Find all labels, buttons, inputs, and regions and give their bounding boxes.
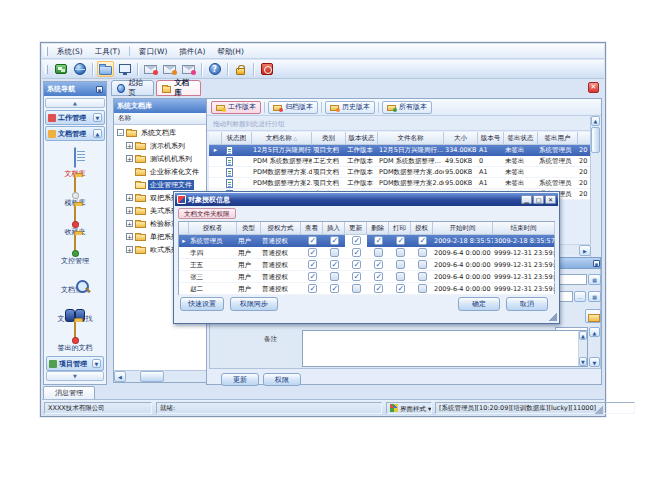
maximize-icon[interactable]: ▢ (533, 195, 544, 204)
checkbox-checked[interactable] (396, 236, 405, 245)
checkbox-checked[interactable] (330, 236, 339, 245)
auth-column-header[interactable]: 授权者 (189, 222, 237, 235)
network-icon[interactable] (52, 61, 69, 77)
checkbox-unchecked[interactable] (418, 260, 427, 269)
expander-plus-icon[interactable]: + (126, 155, 133, 162)
mail-receive-icon[interactable] (161, 61, 178, 77)
scroll-thumb[interactable] (591, 127, 600, 153)
mail-new-icon[interactable] (142, 61, 159, 77)
column-header-7[interactable]: 版本号 (478, 132, 504, 145)
checkbox-checked[interactable] (308, 284, 317, 293)
mail-send-icon[interactable] (180, 61, 197, 77)
quick-setup-button[interactable]: 快速设置 (180, 297, 224, 311)
checkbox-checked[interactable] (308, 272, 317, 281)
auth-column-header[interactable]: 开始时间 (433, 222, 493, 235)
dialog-tab-folder-permissions[interactable]: 文档文件夹权限 (178, 208, 236, 219)
minimize-icon[interactable]: ▁ (521, 195, 532, 204)
resize-grip[interactable] (595, 406, 603, 414)
auth-column-header[interactable]: 打印 (389, 222, 411, 235)
checkbox-unchecked[interactable] (352, 284, 361, 293)
auth-row[interactable]: 李四用户普通授权2009-6-4 0:00:009999-12-31 23:59… (179, 247, 554, 259)
checkbox-checked[interactable] (308, 236, 317, 245)
auth-column-header[interactable]: 类型 (237, 222, 261, 235)
version-button-1[interactable]: 工作版本 (211, 101, 261, 114)
checkbox-unchecked[interactable] (418, 284, 427, 293)
expander-plus-icon[interactable]: + (126, 220, 133, 227)
auth-column-header[interactable]: 结束时间 (493, 222, 555, 235)
checkbox-unchecked[interactable] (330, 248, 339, 257)
sidebar-group-1[interactable]: 工作管理▼ (45, 110, 105, 125)
checkbox-unchecked[interactable] (330, 272, 339, 281)
checkbox-unchecked[interactable] (396, 260, 405, 269)
expander-minus-icon[interactable]: – (117, 129, 124, 136)
permission-button[interactable]: 权限 (263, 373, 301, 386)
sidebar-group-3[interactable]: 项目管理▼ (46, 356, 104, 371)
column-header-9[interactable]: 签出用户 (538, 132, 578, 145)
checkbox-checked[interactable] (352, 236, 361, 245)
dialog-titlebar[interactable]: 对象授权信息 ▁ ▢ ✕ (175, 193, 558, 206)
expander-plus-icon[interactable]: + (126, 246, 133, 253)
checkbox-unchecked[interactable] (396, 248, 405, 257)
globe-icon[interactable] (71, 61, 88, 77)
expander-plus-icon[interactable]: + (126, 194, 133, 201)
checkbox-checked[interactable] (374, 284, 383, 293)
version-button-3[interactable]: 历史版本 (325, 101, 375, 114)
tab-document-library[interactable]: 文档库 (156, 80, 201, 96)
message-management-tab[interactable]: 消息管理 (43, 386, 95, 400)
menu-item-4[interactable]: 插件(A) (173, 45, 211, 58)
sidebar-scroll-up[interactable]: ▲ (45, 98, 105, 108)
menubar-grip[interactable] (45, 47, 48, 56)
scroll-thumb[interactable] (140, 371, 164, 382)
auth-row[interactable]: ▸系统管理员用户普通授权2009-2-18 8:35:573009-2-18 8… (179, 235, 554, 247)
scroll-down-icon[interactable]: ▼ (589, 357, 600, 367)
auth-column-header[interactable]: 授权 (411, 222, 433, 235)
menu-item-3[interactable]: 窗口(W) (133, 45, 173, 58)
auth-row[interactable]: 王五用户普通授权2009-6-4 0:00:009999-12-31 23:59… (179, 259, 554, 271)
ok-button[interactable]: 确定 (458, 297, 500, 311)
cancel-button[interactable]: 取消 (506, 297, 548, 311)
sidebar-item-4[interactable]: 文控管理 (45, 235, 105, 266)
close-icon[interactable]: ✕ (545, 195, 556, 204)
pin-icon[interactable]: ▪ (96, 86, 103, 93)
menu-item-1[interactable]: 系统(S) (51, 45, 89, 58)
auth-column-header[interactable]: 更新 (345, 222, 367, 235)
checkbox-checked[interactable] (396, 284, 405, 293)
checkbox-unchecked[interactable] (418, 248, 427, 257)
auth-column-header[interactable]: 查看 (301, 222, 323, 235)
auth-column-header[interactable]: 插入 (323, 222, 345, 235)
power-icon[interactable] (258, 61, 275, 77)
scroll-up-icon[interactable]: ▲ (589, 327, 600, 337)
scroll-right-icon[interactable]: ▶ (579, 245, 591, 256)
scroll-down-icon[interactable]: ▼ (579, 357, 587, 366)
auth-column-header[interactable]: 删除 (367, 222, 389, 235)
version-button-4[interactable]: 所有版本 (382, 101, 432, 114)
scroll-up-icon[interactable]: ▲ (591, 116, 600, 126)
ellipsis-button[interactable]: … (574, 291, 586, 302)
column-header-5[interactable]: 文件名称 (378, 132, 444, 145)
column-header-1[interactable]: 状态图 (222, 132, 252, 145)
computer-icon[interactable] (116, 61, 133, 77)
checkbox-checked[interactable] (352, 248, 361, 257)
table-row[interactable]: PDM数据整理方案2.doc项目文档工作版本PDM数据整理方案2.doc95.0… (209, 178, 591, 189)
checkbox-checked[interactable] (374, 236, 383, 245)
column-header-8[interactable]: 签出状态 (504, 132, 538, 145)
checkbox-checked[interactable] (308, 248, 317, 257)
table-row[interactable]: PDM 系统数据整理检…工艺文档工作版本PDM 系统数据整理…49.50KB0未… (209, 156, 591, 167)
chevron-down-icon[interactable]: ▼ (92, 359, 101, 368)
column-header-4[interactable]: 版本状态 (346, 132, 378, 145)
checkbox-checked[interactable] (352, 272, 361, 281)
dialog-resize-grip[interactable] (549, 313, 557, 321)
remark-textarea[interactable]: ▲ ▼ (302, 330, 588, 367)
toolbar-grip[interactable] (45, 65, 48, 74)
checkbox-unchecked[interactable] (396, 272, 405, 281)
expander-plus-icon[interactable]: + (126, 142, 133, 149)
checkbox-unchecked[interactable] (374, 248, 383, 257)
lock-icon[interactable] (232, 61, 249, 77)
checkbox-checked[interactable] (330, 260, 339, 269)
auth-row[interactable]: 赵二用户普通授权2009-6-4 0:00:009999-12-31 23:59… (179, 283, 554, 295)
sidebar-item-5[interactable]: 文档查找 (45, 264, 105, 295)
auth-column-header[interactable]: 授权方式 (261, 222, 301, 235)
detail-field-1[interactable] (557, 274, 587, 285)
column-header-6[interactable]: 大小 (444, 132, 478, 145)
scroll-up-icon[interactable]: ▲ (579, 331, 587, 340)
